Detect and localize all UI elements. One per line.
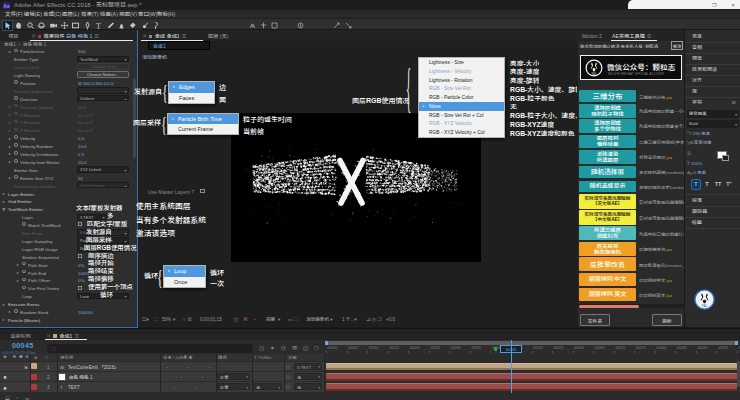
toolbar-extra-icon-3[interactable] bbox=[270, 21, 279, 30]
tab-project[interactable]: 项目 bbox=[8, 32, 18, 39]
roto-brush-tool-icon[interactable] bbox=[140, 21, 149, 30]
stroke-row[interactable]: ☰ bbox=[687, 151, 739, 155]
menu-文件[interactable]: 文件(F) bbox=[5, 12, 23, 17]
timeline-toolbar-icon-2[interactable]: ✦ bbox=[270, 344, 275, 352]
layer-visibility-eye-icon[interactable]: ◉ bbox=[3, 385, 7, 391]
param-value[interactable]: 0.0 bbox=[78, 135, 84, 141]
param-value[interactable]: 20.0 bbox=[78, 159, 87, 165]
script-button-2[interactable]: 选择层创建随机粒子物体 bbox=[579, 104, 636, 118]
layer-parent-dropdown[interactable]: 无▾ bbox=[294, 373, 322, 380]
font-size-row[interactable]: ᵀT 290 像素 bbox=[687, 131, 739, 135]
viewer-toolbar-item-2[interactable]: ⬚ bbox=[154, 317, 159, 322]
camera-tool-icon[interactable] bbox=[49, 21, 58, 30]
script-button-6[interactable]: 随机选择层 bbox=[579, 166, 636, 179]
menu-合成[interactable]: 合成(C) bbox=[43, 12, 61, 17]
viewer-toolbar-item-11[interactable]: ▾ bbox=[278, 317, 280, 322]
layer-switch[interactable]: · bbox=[172, 384, 177, 390]
viewer-toolbar-item-5[interactable]: ⊹ ▦ bbox=[182, 317, 192, 322]
layer-switch[interactable]: · bbox=[207, 364, 212, 370]
expander-arrow-icon[interactable]: ► bbox=[8, 112, 12, 117]
viewer-toolbar-item-14[interactable]: 1 个.. ▾ bbox=[342, 317, 357, 322]
param-value[interactable]: 0.5 bbox=[78, 151, 84, 157]
dock-panel-1[interactable]: 信息 bbox=[692, 33, 702, 38]
toolbar-extra-icon-4[interactable] bbox=[296, 21, 305, 30]
layer-mode-dropdown[interactable]: 正常▾ bbox=[217, 383, 250, 390]
stopwatch-icon[interactable] bbox=[22, 222, 26, 226]
work-area-end-handle[interactable] bbox=[735, 341, 738, 346]
menu-视图[interactable]: 视图(V) bbox=[119, 12, 137, 17]
param-value[interactable]: 500 bbox=[78, 48, 85, 54]
layer-duration-bar-3[interactable] bbox=[326, 383, 737, 391]
param-dropdown[interactable]: Text/Mask▾ bbox=[77, 56, 129, 62]
param-value[interactable]: 0%, bbox=[78, 262, 86, 268]
font-style-dropdown[interactable]: Bold▾ bbox=[687, 120, 739, 128]
layer-duration-bar-1[interactable] bbox=[326, 363, 737, 371]
stopwatch-icon[interactable] bbox=[14, 104, 18, 108]
param-value[interactable]: 20.0 bbox=[78, 104, 87, 110]
stopwatch-icon[interactable] bbox=[14, 151, 18, 155]
parent-pickwhip-icon[interactable]: ◎ bbox=[286, 384, 290, 390]
tab-effect-controls[interactable]: × 效果控件 白色 纯色 1 ≡ bbox=[31, 32, 99, 39]
parent-pickwhip-icon[interactable]: ◎ bbox=[286, 364, 290, 370]
effect-controls-scrollbar[interactable] bbox=[133, 78, 136, 158]
stopwatch-icon[interactable] bbox=[14, 159, 18, 163]
param-value[interactable]: 50 bbox=[78, 175, 83, 181]
viewer-toolbar-item-3[interactable]: 50% bbox=[162, 317, 171, 322]
timeline-toolbar-icon-1[interactable]: ◳ bbox=[259, 344, 264, 352]
stopwatch-icon[interactable] bbox=[14, 128, 18, 132]
current-frame-display[interactable]: 00045 bbox=[12, 342, 34, 349]
timeline-zoom-slider[interactable] bbox=[578, 394, 648, 400]
scrollbar-thumb[interactable] bbox=[579, 305, 639, 308]
clone-stamp-tool-icon[interactable] bbox=[117, 21, 126, 30]
menu-编辑[interactable]: 编辑(E) bbox=[24, 12, 42, 17]
viewer-toolbar-item-1[interactable]: ▤▾ bbox=[142, 317, 149, 322]
expander-arrow-icon[interactable]: ► bbox=[8, 104, 12, 109]
param-checkbox[interactable] bbox=[78, 222, 82, 226]
character-panel-header[interactable]: 字符 bbox=[692, 99, 702, 104]
param-value[interactable]: 0%, bbox=[78, 277, 86, 283]
dock-bottom-panel-2[interactable]: 跟踪器 bbox=[692, 208, 707, 213]
param-value[interactable]: 0x+0.0° bbox=[78, 127, 93, 133]
text-style-toggle-2[interactable]: T bbox=[703, 180, 711, 189]
stopwatch-icon[interactable] bbox=[22, 262, 26, 266]
layer-parent-dropdown[interactable]: 3.TEXT▾ bbox=[294, 363, 322, 370]
viewer-toolbar-item-4[interactable]: ▾ bbox=[173, 317, 175, 322]
param-dropdown[interactable]: XYZ Linked▾ bbox=[77, 166, 129, 172]
layer-switch[interactable]: · bbox=[165, 364, 170, 370]
viewer-toolbar-item-6[interactable]: 0;00;01;15 bbox=[200, 317, 222, 322]
param-checkbox[interactable] bbox=[78, 286, 82, 290]
orbit-camera-tool-icon[interactable] bbox=[37, 21, 46, 30]
viewer-toolbar-item-8[interactable]: ▣ bbox=[243, 317, 248, 322]
rectangle-tool-icon[interactable] bbox=[71, 21, 80, 30]
param-value[interactable]: 0x+0.0° bbox=[78, 119, 93, 125]
expander-arrow-icon[interactable]: ► bbox=[2, 317, 6, 322]
tab-script-toolbox[interactable]: AE实用工具箱 ≡ bbox=[612, 32, 652, 39]
expander-arrow-icon[interactable]: ► bbox=[8, 309, 12, 314]
param-button[interactable]: Choose Names... bbox=[77, 71, 129, 78]
viewer-toolbar-item-9[interactable]: ◔ bbox=[253, 317, 256, 322]
param-value[interactable]: 100000 bbox=[78, 309, 93, 315]
viewer-toolbar-item-10[interactable]: 完整 bbox=[266, 317, 275, 322]
layer-row-1[interactable]: ▣1▦TextCurveEmit 「2018」···◎3.TEXT▾ bbox=[0, 362, 325, 372]
timeline-bottom-icon-2[interactable]: ◔ bbox=[15, 395, 18, 400]
expander-arrow-icon[interactable]: ► bbox=[16, 270, 20, 275]
tab-composition-timeline[interactable]: × 合成1 ≡ bbox=[46, 332, 79, 339]
puppet-pin-tool-icon[interactable] bbox=[151, 21, 160, 30]
expander-arrow-icon[interactable]: ► bbox=[8, 120, 12, 125]
script-button-14[interactable]: 层层排列 英文 bbox=[579, 288, 636, 302]
character-panel-menu-icon[interactable]: ≡ bbox=[731, 99, 736, 104]
folder-button[interactable]: 文件夹 bbox=[580, 314, 610, 326]
expander-arrow-icon[interactable]: ► bbox=[8, 128, 12, 133]
timeline-toolbar-icon-3[interactable]: ⌬ bbox=[281, 344, 286, 352]
toolbar-extra-icon-1[interactable] bbox=[248, 21, 257, 30]
follow-button[interactable]: 关注 bbox=[671, 41, 683, 50]
param-value[interactable]: ⊞ 540.0,360.0,0.0 bbox=[78, 80, 113, 86]
menu-帮助[interactable]: 帮助(H) bbox=[157, 12, 175, 17]
param-button[interactable]: Choose Grid bbox=[77, 63, 129, 70]
dock-panel-2[interactable]: 音频 bbox=[692, 44, 702, 49]
text-style-toggle-3[interactable]: TT bbox=[714, 180, 722, 189]
script-button-7[interactable]: 随机选择显示 bbox=[579, 181, 636, 193]
expander-arrow-icon[interactable]: ► bbox=[2, 191, 6, 196]
layer-trkmat-dropdown[interactable]: 无▾ bbox=[253, 383, 282, 390]
toolbar-extra-icon-2[interactable] bbox=[259, 21, 268, 30]
